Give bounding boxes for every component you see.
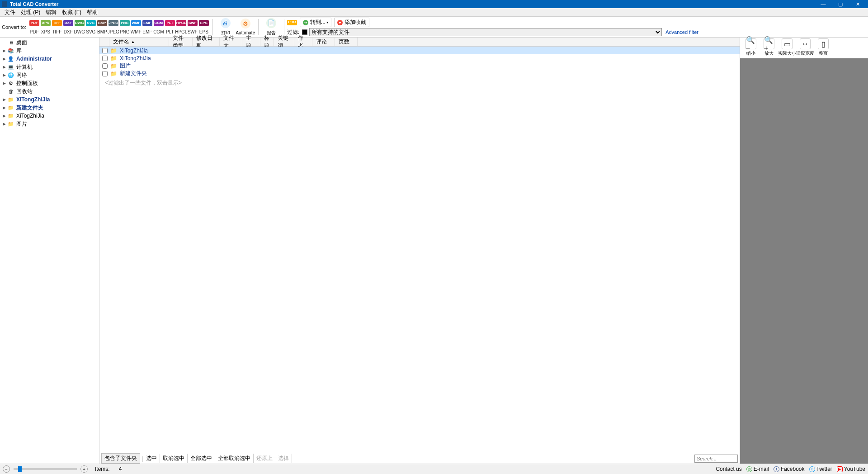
report-button[interactable]: 📄 报告 bbox=[261, 18, 281, 36]
tree-item[interactable]: ▶🌐网络 bbox=[0, 71, 99, 79]
email-link[interactable]: @E-mail bbox=[746, 466, 769, 472]
report-icon: 📄 bbox=[266, 18, 276, 28]
tree-item[interactable]: ▶👤Administrator bbox=[0, 55, 99, 63]
format-cgm-button[interactable]: CGMCGM bbox=[153, 20, 164, 34]
tree-item[interactable]: ▶📁图片 bbox=[0, 120, 99, 128]
tree-item[interactable]: ▶📁XiTogZhiJia bbox=[0, 112, 99, 120]
col-subject[interactable]: 主题 bbox=[242, 38, 260, 46]
format-badge: CGM bbox=[154, 20, 164, 26]
advanced-filter-link[interactable]: Advanced filter bbox=[665, 29, 698, 35]
print-button[interactable]: 🖨 打印 bbox=[216, 18, 236, 36]
tree-item[interactable]: ▶💻计算机 bbox=[0, 63, 99, 71]
zoom-out-button[interactable]: − bbox=[3, 465, 10, 473]
row-checkbox[interactable] bbox=[102, 63, 108, 69]
minimize-button[interactable]: — bbox=[815, 0, 832, 8]
expand-icon[interactable]: ▶ bbox=[2, 114, 6, 118]
youtube-link[interactable]: ▶YouTube bbox=[837, 466, 865, 472]
filter-hint[interactable]: <过滤出了一些文件，双击显示> bbox=[99, 77, 740, 89]
close-button[interactable]: ✕ bbox=[849, 0, 866, 8]
col-filename[interactable]: 文件名▲ bbox=[109, 38, 169, 46]
format-jpeg-button[interactable]: JPEGJPEG bbox=[108, 20, 119, 34]
format-bmp-button[interactable]: BMPBMP bbox=[97, 20, 108, 34]
format-dwg-button[interactable]: DWGDWG bbox=[74, 20, 85, 34]
format-emf-button[interactable]: EMFEMF bbox=[142, 20, 153, 34]
filter-dropdown[interactable]: 所有支持的文件 bbox=[309, 28, 662, 36]
menu-favorites[interactable]: 收藏 (F) bbox=[59, 8, 84, 17]
expand-icon[interactable]: ▶ bbox=[2, 73, 6, 77]
format-plt-button[interactable]: PLTPLT bbox=[165, 20, 175, 34]
file-list[interactable]: 📁XiTogZhiJia📁XiTongZhiJia📁图片📁新建文件夹<过滤出了一… bbox=[99, 47, 740, 453]
file-row[interactable]: 📁新建文件夹 bbox=[99, 70, 740, 77]
tree-item[interactable]: ▶📁XiTongZhiJia bbox=[0, 95, 99, 104]
uncheck-all-button[interactable]: 全部取消选中 bbox=[215, 454, 254, 463]
col-size[interactable]: 文件大... bbox=[220, 38, 242, 46]
col-comments[interactable]: 评论 bbox=[312, 38, 335, 46]
format-wmf-button[interactable]: WMFWMF bbox=[131, 20, 142, 34]
tree-item[interactable]: 🖥桌面 bbox=[0, 38, 99, 47]
file-row[interactable]: 📁图片 bbox=[99, 62, 740, 70]
format-pdf-button[interactable]: PDFPDF bbox=[29, 20, 40, 34]
check-all-button[interactable]: 全部选中 bbox=[188, 454, 215, 463]
statusbar: − + Items: 4 Contact us @E-mail fFaceboo… bbox=[0, 464, 868, 474]
slider-thumb[interactable] bbox=[18, 466, 22, 472]
col-author[interactable]: 作者 bbox=[294, 38, 312, 46]
row-checkbox[interactable] bbox=[102, 48, 108, 53]
restore-selection-button[interactable]: 还原上一选择 bbox=[254, 454, 292, 463]
menu-edit[interactable]: 编辑 bbox=[43, 8, 59, 17]
zoom-slider[interactable] bbox=[14, 468, 77, 470]
add-favorite-button[interactable]: ♥ 添加收藏 bbox=[334, 18, 369, 27]
format-hpgl-button[interactable]: HPGLHPGL bbox=[176, 20, 187, 34]
automate-icon: ⚙ bbox=[241, 19, 250, 28]
expand-icon[interactable]: ▶ bbox=[2, 122, 6, 126]
col-keywords[interactable]: 关键词 bbox=[274, 38, 294, 46]
preview-放大-button[interactable]: 🔍+放大 bbox=[760, 38, 778, 57]
menu-process[interactable]: 处理 (P) bbox=[18, 8, 43, 17]
expand-icon[interactable]: ▶ bbox=[2, 81, 6, 85]
menu-help[interactable]: 帮助 bbox=[84, 8, 100, 17]
expand-icon[interactable]: ▶ bbox=[2, 105, 6, 110]
row-checkbox[interactable] bbox=[102, 56, 108, 61]
email-icon: @ bbox=[746, 466, 752, 472]
pro-badge: PRO bbox=[287, 20, 297, 25]
facebook-link[interactable]: fFacebook bbox=[774, 466, 805, 472]
col-pages[interactable]: 页数 bbox=[335, 38, 358, 46]
app-icon bbox=[2, 1, 7, 7]
format-swf-button[interactable]: SWFSWF bbox=[187, 20, 198, 34]
format-eps-button[interactable]: EPSEPS bbox=[198, 20, 209, 34]
menu-file[interactable]: 文件 bbox=[2, 8, 18, 17]
expand-icon[interactable]: ▶ bbox=[2, 97, 6, 102]
maximize-button[interactable]: ▢ bbox=[832, 0, 849, 8]
col-type[interactable]: 文件类型 bbox=[169, 38, 193, 46]
format-svg-button[interactable]: SVGSVG bbox=[85, 20, 96, 34]
expand-icon[interactable]: ▶ bbox=[2, 57, 6, 61]
format-png-button[interactable]: PNGPNG bbox=[119, 20, 130, 34]
twitter-link[interactable]: tTwitter bbox=[809, 466, 832, 472]
expand-icon[interactable]: ▶ bbox=[2, 65, 6, 69]
tree-item[interactable]: ▶📚库 bbox=[0, 47, 99, 55]
preview-适应宽度-button[interactable]: ↔适应宽度 bbox=[796, 38, 814, 57]
format-xps-button[interactable]: XPSXPS bbox=[40, 20, 51, 34]
goto-button[interactable]: ➜ 转到...▾ bbox=[300, 18, 331, 27]
col-title[interactable]: 标题 bbox=[260, 38, 274, 46]
expand-icon[interactable]: ▶ bbox=[2, 48, 6, 53]
row-checkbox[interactable] bbox=[102, 71, 108, 76]
automate-button[interactable]: ⚙ Automate bbox=[236, 19, 255, 35]
format-tiff-button[interactable]: TIFFTIFF bbox=[52, 20, 62, 34]
tree-item[interactable]: 🗑回收站 bbox=[0, 87, 99, 95]
include-subfolders-button[interactable]: 包含子文件夹 bbox=[101, 453, 140, 464]
check-button[interactable]: 选中 bbox=[143, 454, 160, 463]
zoom-in-button[interactable]: + bbox=[80, 465, 88, 473]
format-dxf-button[interactable]: DXFDXF bbox=[63, 20, 74, 34]
preview-缩小-button[interactable]: 🔍−缩小 bbox=[742, 38, 760, 57]
file-row[interactable]: 📁XiTogZhiJia bbox=[99, 47, 740, 54]
preview-整页-button[interactable]: ▯整页 bbox=[814, 38, 832, 57]
file-row[interactable]: 📁XiTongZhiJia bbox=[99, 54, 740, 62]
uncheck-button[interactable]: 取消选中 bbox=[160, 454, 188, 463]
search-input[interactable] bbox=[694, 455, 738, 463]
contact-us-link[interactable]: Contact us bbox=[716, 466, 741, 472]
preview-实际大小-button[interactable]: ▭实际大小 bbox=[778, 38, 796, 57]
tree-item[interactable]: ▶📁新建文件夹 bbox=[0, 104, 99, 112]
folder-tree[interactable]: 🖥桌面▶📚库▶👤Administrator▶💻计算机▶🌐网络▶⚙控制面板🗑回收站… bbox=[0, 38, 99, 464]
col-date[interactable]: 修改日期 bbox=[193, 38, 220, 46]
tree-item[interactable]: ▶⚙控制面板 bbox=[0, 79, 99, 87]
